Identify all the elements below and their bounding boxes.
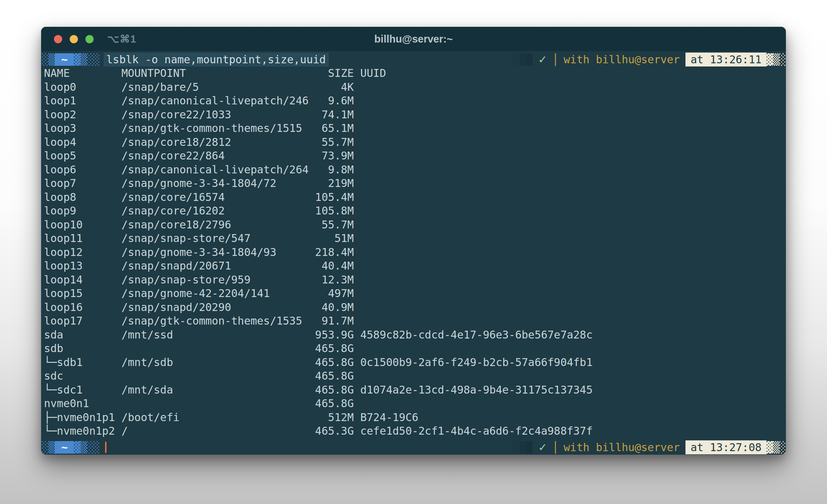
cell-size: 465.3G <box>315 425 354 437</box>
dither-pattern: ░▒▓ <box>513 441 533 454</box>
cell-size: 65.1M <box>315 122 354 134</box>
separator-bar: │ <box>552 441 559 454</box>
cell-mountpoint: /snap/gtk-common-themes/1515 <box>122 122 315 134</box>
cell-size: 465.8G <box>315 370 354 382</box>
cell-size: 55.7M <box>315 218 354 231</box>
cell-size: 73.9M <box>315 149 354 162</box>
cell-size: 91.7M <box>315 315 354 327</box>
col-header-name: NAME <box>44 67 122 79</box>
cell-mountpoint: /snap/snap-store/959 <box>122 273 315 286</box>
cell-mountpoint: /snap/core18/2812 <box>122 136 315 148</box>
table-row: loop4 /snap/core18/2812 55.7M <box>41 135 786 149</box>
cell-size: 465.8G <box>315 356 354 369</box>
cell-uuid: cefe1d50-2cf1-4b4c-a6d6-f2c4a988f37f <box>360 425 593 437</box>
cell-mountpoint: /snap/snap-store/547 <box>122 232 315 244</box>
table-row: loop12 /snap/gnome-3-34-1804/93 218.4M <box>41 245 786 259</box>
dither-pattern: ░▒ <box>42 53 55 66</box>
cell-size: 12.3M <box>315 273 354 286</box>
cwd-label: ~ <box>55 53 74 66</box>
cell-uuid: B724-19C6 <box>360 411 419 424</box>
cell-name: sda <box>44 328 122 341</box>
cell-size: 51M <box>315 232 354 244</box>
status-ok-icon: ✓ <box>538 53 547 66</box>
prompt-status-segment: ░▒▓ ✓ │ with billhu@server at 13:26:11 ▓… <box>513 53 786 66</box>
col-header-uuid: UUID <box>360 67 386 79</box>
cell-mountpoint: /snap/gtk-common-themes/1535 <box>122 315 315 327</box>
table-row: loop7 /snap/gnome-3-34-1804/72 219M <box>41 177 786 191</box>
cell-mountpoint: /snap/core18/2796 <box>122 218 315 231</box>
cell-name: loop7 <box>44 177 122 189</box>
cell-size: 465.8G <box>315 397 354 410</box>
cell-name: sdc <box>44 370 122 382</box>
table-row: loop9 /snap/core/16202 105.8M <box>41 204 786 218</box>
cell-name: loop8 <box>44 191 122 203</box>
cell-name: loop4 <box>44 136 122 148</box>
table-row: sda /mnt/ssd 953.9G 4589c82b-cdcd-4e17-9… <box>41 328 786 342</box>
cwd-badge: ░▒~▓▒░░ <box>42 53 100 66</box>
window-titlebar[interactable]: ⌥⌘1 billhu@server:~ <box>41 27 786 51</box>
cell-size: 105.4M <box>315 191 354 203</box>
cell-mountpoint: /mnt/sdb <box>122 356 315 369</box>
cell-mountpoint: /snap/snapd/20290 <box>122 301 315 313</box>
table-row: loop13 /snap/snapd/20671 40.4M <box>41 259 786 273</box>
cell-name: loop15 <box>44 287 122 300</box>
cell-mountpoint: /boot/efi <box>122 411 315 424</box>
prompt-line-top: ░▒~▓▒░░ lsblk -o name,mountpoint,size,uu… <box>41 53 786 66</box>
cell-size: 55.7M <box>315 136 354 148</box>
dither-pattern: ▓▒░░ <box>74 53 100 66</box>
timestamp-badge: at 13:26:11 <box>685 53 767 66</box>
cell-size: 74.1M <box>315 108 354 121</box>
table-row: loop6 /snap/canonical-livepatch/264 9.8M <box>41 163 786 177</box>
cell-mountpoint: /snap/gnome-3-34-1804/93 <box>122 246 315 258</box>
lsblk-output: loop0 /snap/bare/5 4K loop1 /snap/canoni… <box>41 80 786 438</box>
cell-size: 4K <box>315 81 354 93</box>
cwd-label: ~ <box>55 441 74 454</box>
dither-pattern: ░▒ <box>42 441 55 454</box>
table-row: loop5 /snap/core22/864 73.9M <box>41 149 786 163</box>
table-row: loop3 /snap/gtk-common-themes/1515 65.1M <box>41 122 786 135</box>
cell-name: loop17 <box>44 315 122 327</box>
table-row: loop8 /snap/core/16574 105.4M <box>41 190 786 204</box>
cell-name: loop0 <box>44 81 122 93</box>
prompt-status-segment: ░▒▓ ✓ │ with billhu@server at 13:27:08 ▓… <box>513 440 786 454</box>
cell-size: 219M <box>315 177 354 189</box>
cell-uuid: 0c1500b9-2af6-f249-b2cb-57a66f904fb1 <box>360 356 593 369</box>
separator-bar: │ <box>552 53 559 66</box>
with-label: with <box>564 441 589 454</box>
user-host-label: billhu@server <box>596 53 680 66</box>
cell-size: 40.9M <box>315 301 354 313</box>
table-row: sdc 465.8G <box>41 369 786 383</box>
cell-size: 105.8M <box>315 204 354 217</box>
cell-size: 9.8M <box>315 163 354 176</box>
cell-name: sdb <box>44 342 122 355</box>
cell-name: loop5 <box>44 149 122 162</box>
window-title: billhu@server:~ <box>41 33 786 45</box>
cell-mountpoint: /snap/canonical-livepatch/264 <box>122 163 315 176</box>
table-row: loop0 /snap/bare/5 4K <box>41 80 786 94</box>
cell-size: 40.4M <box>315 260 354 272</box>
command-text: lsblk -o name,mountpoint,size,uuid <box>104 53 329 66</box>
terminal-screen[interactable]: ░▒~▓▒░░ lsblk -o name,mountpoint,size,uu… <box>41 51 786 455</box>
cell-size: 465.8G <box>315 384 354 396</box>
cell-mountpoint: /snap/core22/1033 <box>122 108 315 121</box>
cell-size: 512M <box>315 411 354 424</box>
terminal-window: ⌥⌘1 billhu@server:~ ░▒~▓▒░░ lsblk -o nam… <box>41 27 786 455</box>
table-row: loop2 /snap/core22/1033 74.1M <box>41 108 786 122</box>
cell-mountpoint: /snap/gnome-42-2204/141 <box>122 287 315 300</box>
table-row: nvme0n1 465.8G <box>41 397 786 411</box>
table-row: ├─nvme0n1p1 /boot/efi 512M B724-19C6 <box>41 410 786 424</box>
cell-mountpoint: /snap/core22/864 <box>122 149 315 162</box>
cell-mountpoint: /snap/canonical-livepatch/246 <box>122 94 315 107</box>
with-label: with <box>564 53 589 66</box>
table-row: └─sdc1 /mnt/sda 465.8G d1074a2e-13cd-498… <box>41 383 786 397</box>
cell-name: loop13 <box>44 260 122 272</box>
cell-mountpoint: /mnt/sda <box>122 384 315 396</box>
cell-mountpoint: /snap/bare/5 <box>122 81 315 93</box>
cell-name: └─sdb1 <box>44 356 122 369</box>
cell-size: 9.6M <box>315 94 354 107</box>
cell-name: ├─nvme0n1p1 <box>44 411 122 424</box>
table-row: loop11 /snap/snap-store/547 51M <box>41 232 786 246</box>
cell-uuid: d1074a2e-13cd-498a-9b4e-31175c137345 <box>360 384 593 396</box>
table-row: loop15 /snap/gnome-42-2204/141 497M <box>41 287 786 301</box>
prompt-line-bottom[interactable]: ░▒~▓▒░░ ░▒▓ ✓ │ with billhu@server at 13… <box>41 440 786 454</box>
